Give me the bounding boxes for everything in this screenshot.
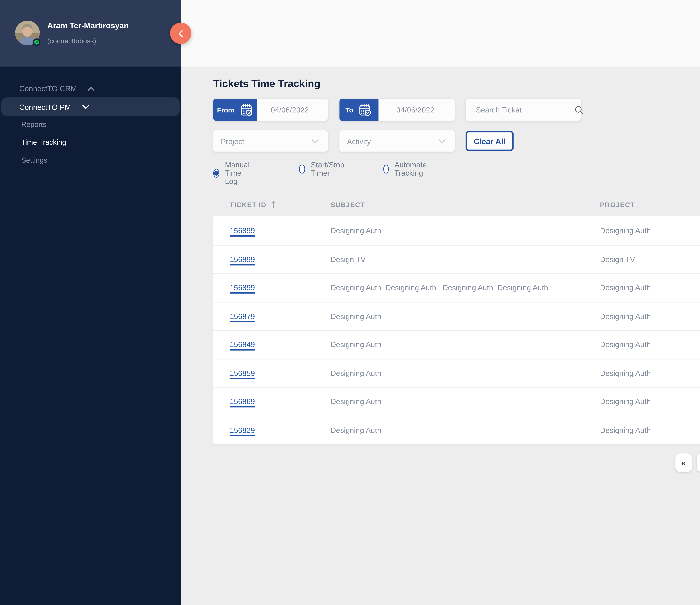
app-window: Aram Ter-Martirosyan (connecttoboss) Con… (0, 0, 700, 605)
ticket-link[interactable]: 156849 (230, 340, 255, 349)
user-handle: (connecttoboss) (47, 37, 96, 45)
sidebar-item-label: ConnectTO CRM (19, 84, 77, 93)
subject-cell: Designing Auth (314, 397, 583, 406)
main-content: Tickets Time Tracking From (181, 67, 700, 605)
radio-label: Automate Tracking (394, 161, 430, 177)
ticket-link[interactable]: 156859 (230, 369, 255, 377)
pagination: « ‹ 1 2 3 ... 10 › » (675, 454, 700, 472)
radio-selected-icon (213, 168, 219, 177)
date-to-label-segment[interactable]: To (340, 99, 378, 121)
sidebar-user-panel: Aram Ter-Martirosyan (connecttoboss) (0, 0, 181, 67)
subject-cell: Designing Auth (314, 426, 583, 434)
sidebar-item-label: Time Tracking (21, 138, 66, 146)
project-cell: Design TV (583, 255, 691, 263)
chevron-down-icon (81, 102, 90, 111)
ticket-link[interactable]: 156899 (230, 284, 255, 292)
sidebar-item-reports[interactable]: Reports (0, 117, 181, 131)
activity-cell: Designing Auth (691, 312, 700, 320)
table-header: TICKET ID SUBJECT PROJECT ACTIVITY TOTAL… (213, 194, 700, 215)
ticket-link[interactable]: 156829 (230, 426, 255, 434)
project-cell: Designing Auth (583, 397, 691, 406)
ticket-link[interactable]: 156899 (230, 255, 255, 263)
sidebar-item-time-tracking[interactable]: Time Tracking (0, 135, 181, 149)
ticket-link[interactable]: 156899 (230, 226, 255, 235)
calendar-icon (358, 102, 373, 117)
subject-cell: Design TV (314, 255, 583, 263)
table-row: 156859 Designing Auth Designing Auth Des… (213, 358, 700, 387)
topbar (181, 0, 700, 67)
column-header-ticket-id[interactable]: TICKET ID (213, 199, 314, 209)
column-header-activity: ACTIVITY (691, 201, 700, 208)
activity-cell: Design TV (691, 255, 700, 263)
radio-start-stop-timer[interactable]: Start/Stop Timer (299, 161, 347, 177)
calendar-icon (239, 102, 253, 117)
table-row: 156899 Designing Auth Designing Auth Des… (213, 216, 700, 244)
search-ticket-box (466, 99, 581, 121)
activity-dropdown[interactable]: Activity (340, 130, 455, 152)
column-header-subject: SUBJECT (314, 201, 583, 208)
date-from-label-segment[interactable]: From (213, 99, 257, 121)
activity-dropdown-value: Activity (347, 137, 371, 145)
sidebar-item-settings[interactable]: Settings (0, 153, 181, 167)
chevron-down-icon (438, 137, 447, 145)
project-cell: Designing Auth (583, 226, 691, 235)
table-row: 156899 Design TV Design TV Design TV 0,6 (213, 244, 700, 273)
ticket-link[interactable]: 156879 (230, 312, 255, 320)
date-to-value[interactable]: 04/06/2022 (379, 99, 455, 121)
sort-ascending-icon (271, 199, 277, 209)
sidebar-item-connectto-crm[interactable]: ConnectTO CRM (0, 79, 181, 97)
sidebar-item-label: Reports (21, 120, 47, 128)
subject-cell: Designing Auth (314, 340, 583, 349)
subject-cell: Designing Auth (314, 369, 583, 377)
date-from-picker[interactable]: From 04/06/2022 (213, 99, 328, 121)
subject-cell: Designing Auth (314, 226, 583, 235)
subject-cell: Designing Auth Designing Auth Designing … (314, 284, 583, 292)
table-row: 156869 Designing Auth Designing Auth Des… (213, 387, 700, 415)
project-dropdown-value: Project (221, 137, 244, 145)
project-dropdown[interactable]: Project (213, 130, 328, 152)
column-header-project: PROJECT (583, 201, 691, 208)
user-name: Aram Ter-Martirosyan (47, 21, 129, 29)
activity-cell: Designing Auth (691, 284, 700, 292)
project-cell: Designing Auth (583, 284, 691, 292)
search-input[interactable] (466, 105, 573, 114)
online-status-dot (33, 39, 41, 46)
project-cell: Designing Auth (583, 340, 691, 349)
sidebar-item-label: Settings (21, 156, 47, 164)
radio-unselected-icon (383, 164, 389, 173)
date-to-label: To (345, 106, 353, 114)
search-icon[interactable] (573, 104, 585, 116)
activity-cell: Designing Auth (691, 397, 700, 406)
project-cell: Designing Auth (583, 426, 691, 434)
chevron-left-icon (175, 28, 186, 39)
radio-label: Start/Stop Timer (311, 161, 347, 177)
chevron-up-icon (86, 84, 96, 93)
project-cell: Designing Auth (583, 312, 691, 320)
radio-automate-tracking[interactable]: Automate Tracking (383, 161, 430, 177)
activity-cell: Designing Auth (691, 226, 700, 235)
pagination-first-button[interactable]: « (675, 454, 692, 472)
radio-label: Manual Time Log (225, 161, 252, 185)
page-title: Tickets Time Tracking (213, 77, 320, 89)
activity-cell: Designing Auth (691, 369, 700, 377)
activity-cell: Designing Auth (691, 340, 700, 349)
ticket-link[interactable]: 156869 (230, 397, 255, 406)
subject-cell: Designing Auth (314, 312, 583, 320)
radio-unselected-icon (299, 164, 305, 173)
sidebar: Aram Ter-Martirosyan (connecttoboss) Con… (0, 0, 181, 605)
sidebar-item-label: ConnectTO PM (19, 102, 71, 111)
table-row: 156879 Designing Auth Designing Auth Des… (213, 301, 700, 330)
date-to-picker[interactable]: To 04/06/2022 (340, 99, 455, 121)
project-cell: Designing Auth (583, 369, 691, 377)
date-from-label: From (217, 106, 234, 114)
table-row: 156899 Designing Auth Designing Auth Des… (213, 273, 700, 301)
sidebar-item-connectto-pm[interactable]: ConnectTO PM (1, 97, 180, 116)
radio-manual-time-log[interactable]: Manual Time Log (213, 161, 252, 185)
date-from-value[interactable]: 04/06/2022 (257, 99, 328, 121)
table-row: 156829 Designing Auth Designing Auth Des… (213, 415, 700, 444)
sidebar-collapse-button[interactable] (170, 23, 191, 44)
table-row: 156849 Designing Auth Designing Auth Des… (213, 330, 700, 358)
pagination-prev-button[interactable]: ‹ (696, 454, 700, 472)
activity-cell: Designing Auth (691, 426, 700, 434)
clear-all-button[interactable]: Clear All (466, 131, 514, 151)
